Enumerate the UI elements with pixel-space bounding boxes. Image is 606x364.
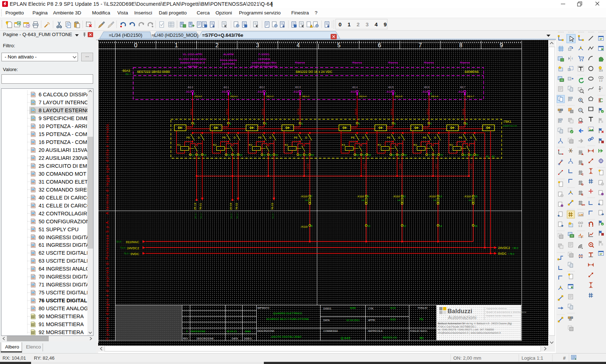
svg-text:90 MORSETTIERA: 90 MORSETTIERA — [39, 313, 84, 319]
svg-text:76.06: 76.06 — [399, 163, 401, 170]
svg-text:10: 10 — [367, 225, 370, 227]
svg-text:6: 6 — [266, 92, 267, 95]
svg-text:1A: 1A — [397, 199, 400, 201]
svg-text:-X110: -X110 — [464, 195, 471, 198]
svg-text:15: 15 — [475, 195, 478, 198]
svg-text:Quadri di automazione e distri: Quadri di automazione e distribuzione — [486, 311, 527, 313]
svg-text:76.05: 76.05 — [363, 163, 366, 170]
svg-text:15 POTENZA - COM: 15 POTENZA - COM — [39, 131, 87, 137]
svg-text:11: 11 — [404, 195, 406, 198]
svg-text:D: D — [470, 136, 472, 139]
svg-text:MATRICOLA: MATRICOLA — [368, 330, 383, 332]
svg-text:92 MORSETTIERA: 92 MORSETTIERA — [39, 329, 84, 335]
svg-text:71: 71 — [434, 154, 437, 156]
svg-text:8: 8 — [459, 42, 462, 48]
svg-text:1A: 1A — [433, 199, 436, 201]
svg-text:BAM: BAM — [350, 307, 356, 309]
svg-text:D: D — [234, 136, 236, 139]
svg-text:A3.7: A3.7 — [460, 86, 465, 88]
svg-text:PE: PE — [351, 136, 355, 139]
svg-text:75 USCITE DIGITALI-: 75 USCITE DIGITALI- — [39, 290, 90, 295]
svg-text:D: D — [581, 183, 584, 186]
svg-text:P.IVA e Cod.Fiscale 0427588016: P.IVA e Cod.Fiscale 04275880161 | — [438, 325, 476, 328]
svg-text:K1: K1 — [285, 143, 288, 146]
svg-text:SIEMENS: SIEMENS — [465, 70, 479, 74]
svg-text:22 AUSILIARI 230VA: 22 AUSILIARI 230VA — [39, 155, 88, 161]
svg-text:0110VAC: 0110VAC — [126, 240, 139, 244]
svg-text:40 CELLE DI CARICO: 40 CELLE DI CARICO — [39, 195, 91, 201]
svg-text:68.06: 68.06 — [390, 109, 393, 115]
svg-text:A1: A1 — [486, 155, 489, 158]
svg-text:64 INGRESSI ANALO: 64 INGRESSI ANALO — [39, 266, 90, 272]
svg-text:0VDC: 0VDC — [498, 252, 506, 255]
svg-text:5: 5 — [230, 92, 231, 95]
svg-text:PE: PE — [187, 136, 190, 139]
svg-text:76.02: 76.02 — [235, 203, 238, 210]
svg-text:EMISSIONE: EMISSIONE — [191, 330, 206, 333]
svg-text:PE: PE — [459, 136, 462, 139]
svg-text:5: 5 — [359, 123, 360, 125]
svg-text:4: 4 — [359, 92, 360, 95]
svg-text:11: 11 — [198, 154, 200, 156]
svg-text:81: 81 — [470, 154, 473, 156]
svg-text:.DQ b.1: .DQ b.1 — [230, 95, 237, 97]
svg-text:02.04.21: 02.04.21 — [227, 330, 237, 333]
svg-text:31: 31 — [270, 154, 273, 156]
svg-text:68.07: 68.07 — [426, 109, 429, 115]
svg-text:68.03: 68.03 — [261, 109, 264, 115]
svg-text:K1: K1 — [342, 143, 345, 146]
svg-text:SCD: SCD — [390, 307, 396, 309]
svg-text:Q.643: Q.643 — [341, 336, 350, 340]
svg-text:-X12: -X12 — [185, 91, 191, 93]
svg-text:63 USCITE DIGITALI: 63 USCITE DIGITALI — [39, 258, 88, 264]
svg-text:1A: 1A — [362, 199, 365, 201]
svg-text:IMPIANTO: IMPIANTO — [257, 307, 269, 309]
svg-text:SM1222 DO 16 x 24 VDC: SM1222 DO 16 x 24 VDC — [296, 70, 332, 74]
svg-text:31.1 /: 31.1 / — [200, 213, 202, 219]
svg-text:76.07: 76.07 — [435, 163, 437, 170]
svg-text:74: 74 — [440, 154, 443, 156]
svg-text:D: D — [305, 136, 308, 139]
svg-text:.DQ b.5: .DQ b.5 — [395, 95, 402, 97]
svg-text:22: 22 — [227, 154, 230, 156]
svg-text:62: 62 — [392, 154, 395, 156]
svg-text:K1: K1 — [450, 143, 453, 146]
svg-text:32.1 /: 32.1 / — [236, 213, 238, 219]
svg-text:76.01: 76.01 — [199, 203, 202, 210]
svg-text:Riserva: Riserva — [388, 61, 398, 64]
svg-text:0: 0 — [186, 330, 188, 333]
svg-text:CTR.: CTR. — [368, 307, 374, 310]
svg-text:9: 9 — [367, 195, 369, 198]
svg-text:K1: K1 — [414, 143, 417, 146]
svg-text:Balduzzi Automazioni Srl via I: Balduzzi Automazioni Srl via Ing. V. Bal… — [438, 322, 512, 325]
svg-text:8 LAYOUT ESTERNO: 8 LAYOUT ESTERNO — [39, 108, 90, 113]
svg-text:60 INGRESSI DIGITA: 60 INGRESSI DIGITA — [39, 234, 90, 240]
svg-text:DATA: DATA — [323, 319, 330, 321]
svg-text:A: A — [581, 153, 584, 156]
svg-text:6: 6 — [394, 123, 396, 125]
svg-text:D: D — [398, 136, 400, 139]
svg-text:6: 6 — [431, 92, 432, 95]
svg-text:A3.1: A3.1 — [223, 86, 229, 88]
svg-text:VL-1010 Valvola carico: VL-1010 Valvola carico — [179, 58, 206, 60]
svg-text:DATA: DATA — [232, 337, 238, 340]
svg-text:apertura: apertura — [188, 65, 198, 68]
svg-text:=L/34 (HD2150): =L/34 (HD2150) — [109, 32, 143, 38]
svg-text:3: 3 — [256, 42, 259, 48]
svg-text:68.01: 68.01 — [190, 109, 192, 115]
svg-text:-X13: -X13 — [422, 91, 427, 93]
svg-text:D: D — [269, 136, 271, 139]
svg-text:0VDC: 0VDC — [131, 252, 139, 256]
svg-text:E: E — [581, 193, 584, 196]
svg-text:Sirena allarme: Sirena allarme — [220, 59, 237, 61]
svg-text:34: 34 — [275, 154, 278, 156]
svg-text:51: 51 — [362, 154, 365, 156]
svg-text:14: 14 — [439, 225, 442, 227]
svg-text:D: D — [362, 136, 365, 139]
svg-text:controsoffiaggio filtro: controsoffiaggio filtro — [252, 61, 276, 64]
svg-text:FOGLIO SUCC.: FOGLIO SUCC. — [410, 330, 428, 332]
svg-text:Riserva: Riserva — [424, 61, 434, 64]
svg-text:9: 9 — [384, 21, 387, 27]
svg-text:80: 80 — [420, 336, 424, 340]
svg-text:-X110: -X110 — [428, 195, 436, 198]
